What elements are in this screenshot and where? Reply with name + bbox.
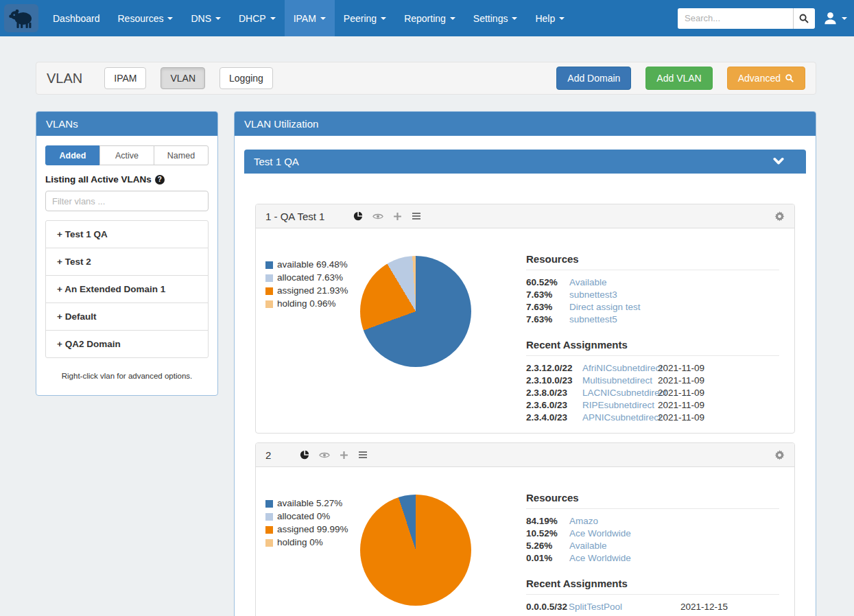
pie-chart-icon[interactable] xyxy=(353,211,363,221)
resource-link[interactable]: Ace Worldwide xyxy=(569,528,779,539)
filter-vlans-input[interactable] xyxy=(45,191,209,211)
utilization-panel-body: Test 1 QA 1 - QA Test 1 xyxy=(235,136,816,616)
resource-link[interactable]: Ace Worldwide xyxy=(569,552,779,564)
tab-named[interactable]: Named xyxy=(154,145,209,165)
assignments-list: 2.3.12.0/22AfriNICsubnetdirect2021-11-09… xyxy=(526,362,779,423)
vlan-utilization-panel: VLAN Utilization Test 1 QA 1 - QA Test 1 xyxy=(234,111,816,616)
assignment-cidr: 2.3.12.0/22 xyxy=(526,362,582,374)
add-domain-button[interactable]: Add Domain xyxy=(556,67,631,90)
nav-item-ipam[interactable]: IPAM xyxy=(285,0,335,36)
legend-item: assigned 21.93% xyxy=(265,285,360,296)
assignment-link[interactable]: LACNICsubnetdirect xyxy=(582,387,658,399)
vlan-list-item[interactable]: + Test 1 QA xyxy=(46,221,208,248)
resource-pct: 5.26% xyxy=(526,540,569,552)
resource-link[interactable]: Amazo xyxy=(569,515,779,527)
tab-logging[interactable]: Logging xyxy=(220,67,273,89)
resources-heading: Resources xyxy=(526,492,779,509)
pie-legend: available 69.48% allocated 7.63% assigne… xyxy=(265,259,360,423)
nav-label: Resources xyxy=(118,13,164,24)
vlan-list-item[interactable]: + Default xyxy=(46,303,208,331)
utilization-panel-heading: VLAN Utilization xyxy=(235,112,816,136)
accordion-test1qa[interactable]: Test 1 QA xyxy=(244,150,806,174)
nav-item-dhcp[interactable]: DHCP xyxy=(230,0,285,36)
tab-added[interactable]: Added xyxy=(45,145,100,165)
nav-label: DHCP xyxy=(239,13,266,24)
nav-label: Dashboard xyxy=(53,13,100,24)
resource-pct: 60.52% xyxy=(526,276,569,288)
vlan-list-item[interactable]: + An Extended Domain 1 xyxy=(46,276,208,303)
nav-item-peering[interactable]: Peering xyxy=(335,0,395,36)
legend-swatch xyxy=(265,261,273,269)
vlan-list-item[interactable]: + QA2 Domain xyxy=(46,331,208,357)
assignment-cidr: 0.0.0.5/32 xyxy=(526,601,569,613)
caret-down-icon xyxy=(215,17,221,20)
nav-item-reporting[interactable]: Reporting xyxy=(395,0,464,36)
assignment-link[interactable]: AfriNICsubnetdirect xyxy=(582,362,658,374)
assignment-link[interactable]: SplitTestPool xyxy=(569,601,680,613)
assignment-date: 2021-11-09 xyxy=(658,375,779,386)
assignment-date: 2021-12-15 xyxy=(680,613,779,616)
user-menu[interactable] xyxy=(823,11,847,25)
caret-down-icon xyxy=(167,17,173,20)
pie-chart-icon[interactable] xyxy=(300,450,309,460)
legend-swatch xyxy=(265,526,273,534)
resources-list: 84.19%Amazo 10.52%Ace Worldwide 5.26%Ava… xyxy=(526,515,779,564)
legend-item: holding 0.96% xyxy=(265,298,360,309)
assignment-cidr: 0.0.0.6/31 xyxy=(526,613,569,616)
resource-link[interactable]: subnettest5 xyxy=(569,313,779,325)
chevron-down-icon[interactable] xyxy=(773,158,784,165)
caret-down-icon xyxy=(381,17,386,20)
gear-icon[interactable] xyxy=(774,450,785,460)
search-button[interactable] xyxy=(793,8,815,29)
legend-item: allocated 7.63% xyxy=(265,272,360,283)
tab-active[interactable]: Active xyxy=(99,145,154,165)
legend-text: holding 0.96% xyxy=(277,298,336,309)
resource-link[interactable]: Direct assign test xyxy=(569,301,779,313)
resources-heading: Resources xyxy=(526,253,779,270)
assignments-list: 0.0.0.5/32SplitTestPool2021-12-15 0.0.0.… xyxy=(526,601,779,616)
assignment-cidr: 2.3.8.0/23 xyxy=(526,387,582,399)
assignment-date: 2021-11-09 xyxy=(658,399,779,411)
tab-ipam[interactable]: IPAM xyxy=(104,67,146,89)
legend-swatch xyxy=(265,513,273,521)
provision-logo[interactable] xyxy=(4,4,38,32)
legend-swatch xyxy=(265,300,273,308)
legend-swatch xyxy=(265,274,273,282)
nav-item-dns[interactable]: DNS xyxy=(182,0,230,36)
top-navbar: Dashboard Resources DNS DHCP IPAM Peerin… xyxy=(0,0,854,36)
nav-item-settings[interactable]: Settings xyxy=(464,0,527,36)
vlan-card-1-header: 1 - QA Test 1 xyxy=(256,204,794,228)
nav-label: Settings xyxy=(473,13,508,24)
nav-item-resources[interactable]: Resources xyxy=(109,0,182,36)
list-icon[interactable] xyxy=(412,212,421,220)
assignment-link[interactable]: Multisubnetdirect xyxy=(582,375,658,386)
resource-link[interactable]: subnettest3 xyxy=(569,289,779,300)
gear-icon[interactable] xyxy=(774,211,785,222)
search-input[interactable] xyxy=(678,8,793,29)
eye-icon[interactable] xyxy=(319,451,330,459)
plus-icon[interactable] xyxy=(340,451,348,460)
page-title: VLAN xyxy=(47,71,82,86)
listing-label-text: Listing all Active VLANs xyxy=(45,174,152,185)
help-icon[interactable]: ? xyxy=(155,175,165,185)
nav-label: DNS xyxy=(191,13,211,24)
advanced-search-button[interactable]: Advanced xyxy=(727,67,805,90)
legend-text: allocated 0% xyxy=(277,511,330,522)
assignment-link[interactable]: RIPEsubnetdirect xyxy=(582,399,658,411)
plus-icon[interactable] xyxy=(393,212,402,221)
vlan-card-2: 2 xyxy=(255,442,795,616)
vlan-list-item[interactable]: + Test 2 xyxy=(46,248,208,276)
legend-swatch xyxy=(265,539,273,547)
nav-item-dashboard[interactable]: Dashboard xyxy=(44,0,109,36)
assignment-cidr: 2.3.10.0/23 xyxy=(526,375,582,386)
caret-down-icon xyxy=(512,17,517,20)
list-icon[interactable] xyxy=(358,451,368,459)
eye-icon[interactable] xyxy=(372,213,383,220)
nav-item-help[interactable]: Help xyxy=(526,0,573,36)
tab-vlan[interactable]: VLAN xyxy=(161,67,205,89)
resource-link[interactable]: Available xyxy=(569,540,779,552)
assignment-link[interactable]: APNICsubnetdirect xyxy=(582,412,658,423)
add-vlan-button[interactable]: Add VLAN xyxy=(645,67,712,90)
assignment-link[interactable]: Direct assign test xyxy=(569,613,680,616)
resource-link[interactable]: Available xyxy=(569,276,779,288)
